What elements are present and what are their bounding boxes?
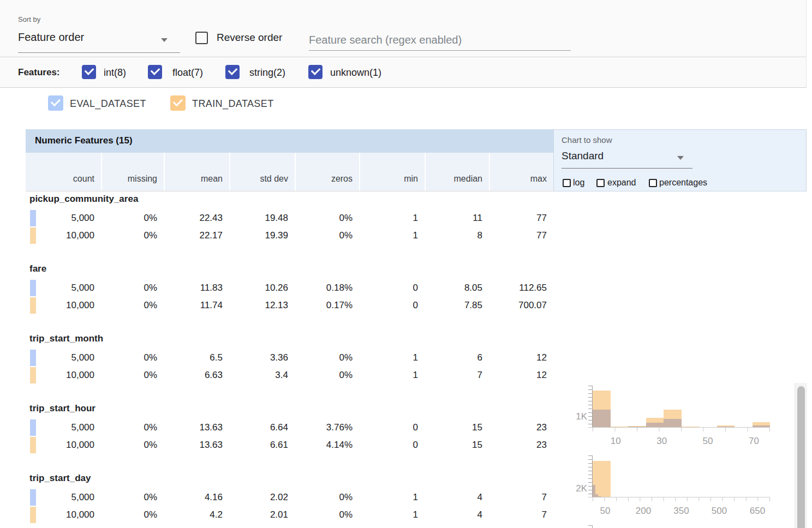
scrollbar-thumb[interactable]	[797, 386, 805, 528]
x-axis-labels: 50200350500650	[593, 506, 770, 518]
stat-max: 77	[489, 213, 553, 224]
dataset-checkbox-eval[interactable]	[48, 95, 63, 111]
type-label-int: int(8)	[104, 67, 126, 79]
stat-missing: 0%	[101, 509, 164, 520]
sort-toolbar: Sort by Feature order Reverse order	[0, 0, 807, 57]
stat-min: 0	[359, 283, 425, 293]
chart-type-underline	[562, 168, 692, 169]
stat-missing: 0%	[101, 230, 164, 241]
stat-std-dev: 2.02	[229, 492, 295, 503]
stat-mean: 13.63	[164, 422, 229, 433]
stat-mean: 13.63	[164, 440, 229, 451]
type-checkbox-string[interactable]	[225, 65, 240, 79]
stat-min: 1	[359, 370, 425, 381]
dataset-checkbox-train[interactable]	[170, 95, 186, 111]
stat-mean: 6.5	[164, 352, 229, 363]
column-header-median: median	[425, 153, 489, 191]
stat-median: 7	[425, 370, 489, 381]
feature-name: fare	[29, 263, 46, 274]
feature-row-trip_start_hour: trip_start_hour 5,0000%13.636.643.76%015…	[26, 401, 553, 471]
chevron-down-icon[interactable]	[677, 156, 684, 160]
stat-median: 15	[425, 440, 489, 451]
column-header-zeros: zeros	[295, 153, 359, 191]
feature-name: pickup_community_area	[29, 194, 138, 205]
histogram-series-eval_dataset	[593, 386, 770, 427]
stat-max: 7	[489, 492, 553, 503]
stat-missing: 0%	[101, 352, 164, 363]
eval-stats-row: 5,0000%13.636.643.76%01523	[26, 419, 553, 436]
stat-count: 5,000	[26, 352, 101, 363]
charts-column: 1K103050702K5020035050065040024681040026…	[553, 383, 795, 528]
facets-overview: Sort by Feature order Reverse order Feat…	[0, 0, 812, 528]
feature-row-trip_start_day: trip_start_day 5,0000%4.162.020%147 10,0…	[26, 471, 553, 528]
feature-row-fare: fare 5,0000%11.8310.260.18%08.05112.65 1…	[26, 262, 553, 332]
stat-zeros: 3.76%	[295, 422, 359, 433]
stat-std-dev: 6.61	[229, 440, 295, 451]
histogram-plot: 50200350500650	[593, 455, 770, 497]
stat-count: 10,000	[26, 370, 101, 381]
type-label-float: float(7)	[172, 67, 203, 79]
type-checkbox-int[interactable]	[82, 65, 96, 79]
stat-std-dev: 10.26	[229, 283, 295, 293]
stat-median: 6	[425, 352, 489, 363]
stat-std-dev: 3.36	[229, 352, 295, 363]
vertical-scrollbar[interactable]	[795, 383, 807, 528]
stat-mean: 22.17	[164, 230, 229, 241]
chevron-down-icon[interactable]	[161, 38, 168, 42]
stat-min: 1	[359, 230, 425, 241]
log-checkbox[interactable]	[563, 179, 571, 187]
stat-std-dev: 6.64	[229, 422, 295, 433]
stat-zeros: 0%	[295, 509, 359, 520]
feature-list: pickup_community_area 5,0000%22.4319.480…	[0, 191, 812, 528]
eval-stats-row: 5,0000%4.162.020%147	[26, 489, 553, 506]
sort-by-select[interactable]: Feature order	[18, 31, 84, 44]
stat-missing: 0%	[101, 440, 164, 451]
chart-type-select[interactable]: Standard	[562, 150, 604, 162]
x-axis-ticks	[593, 428, 770, 431]
stat-median: 8.05	[425, 283, 489, 293]
type-checkbox-float[interactable]	[148, 65, 162, 79]
feature-histogram-pickup_community_area: 1K10305070	[553, 383, 795, 453]
train-stats-row: 10,0000%11.7412.130.17%07.85700.07	[26, 297, 553, 314]
x-tick-label: 350	[673, 506, 689, 517]
sort-by-underline	[18, 52, 180, 53]
stat-missing: 0%	[101, 283, 164, 293]
stat-max: 23	[489, 440, 553, 451]
stat-count: 5,000	[26, 283, 101, 293]
stat-mean: 11.83	[164, 283, 229, 293]
stat-max: 12	[489, 352, 553, 363]
stat-median: 4	[425, 492, 489, 503]
column-header-row: count missing mean std dev zeros min med…	[26, 153, 553, 191]
stat-mean: 11.74	[164, 300, 229, 311]
feature-histogram-trip_start_month: 400246810	[553, 523, 795, 528]
stat-zeros: 0.18%	[295, 283, 359, 293]
eval-stats-row: 5,0000%22.4319.480%11177	[26, 210, 553, 226]
histogram-bar	[664, 419, 682, 427]
train-stats-row: 10,0000%6.633.40%1712	[26, 367, 553, 383]
stat-max: 12	[489, 370, 553, 381]
stat-min: 1	[359, 213, 425, 224]
stat-min: 1	[359, 509, 425, 520]
feature-search-input[interactable]	[309, 30, 571, 51]
stat-min: 0	[359, 422, 425, 433]
type-checkbox-unknown[interactable]	[308, 65, 323, 79]
stat-median: 7.85	[425, 300, 489, 311]
percentages-label: percentages	[659, 178, 707, 188]
expand-checkbox[interactable]	[596, 179, 605, 187]
x-tick-label: 70	[749, 436, 759, 447]
column-header-max: max	[489, 153, 553, 191]
eval-stats-row: 5,0000%6.53.360%1612	[26, 350, 553, 366]
dataset-legend: EVAL_DATASET TRAIN_DATASET	[0, 88, 812, 129]
percentages-checkbox[interactable]	[649, 179, 657, 187]
reverse-order-checkbox[interactable]	[195, 32, 208, 44]
feature-row-trip_start_month: trip_start_month 5,0000%6.53.360%1612 10…	[26, 332, 553, 401]
chart-to-show-label: Chart to show	[562, 135, 612, 145]
x-tick-label: 50	[702, 436, 713, 447]
stat-missing: 0%	[101, 213, 164, 224]
stat-min: 1	[359, 492, 425, 503]
numeric-features-header: Numeric Features (15)	[26, 129, 553, 153]
x-axis-ticks	[593, 497, 770, 501]
stat-count: 10,000	[26, 509, 101, 520]
column-header-stddev: std dev	[229, 153, 295, 191]
histogram-bar	[593, 410, 611, 427]
